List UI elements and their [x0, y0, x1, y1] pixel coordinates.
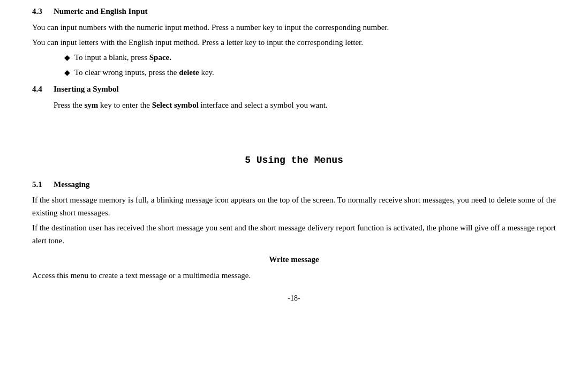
chapter-5-heading: 5 Using the Menus: [32, 153, 556, 168]
section-51-title: Messaging: [54, 178, 90, 191]
section-44-pre: Press the: [54, 101, 85, 109]
bullet-2-text: To clear wrong inputs, press the delete …: [74, 66, 214, 79]
section-44-number: 4.4: [32, 83, 47, 95]
section-44-title: Inserting a Symbol: [54, 83, 119, 95]
section-44-bold1: sym: [85, 101, 99, 109]
bullet-1-pre: To input a blank, press: [74, 53, 149, 62]
section-43-bullets: ◆ To input a blank, press Space. ◆ To cl…: [64, 51, 556, 79]
section-44-post: interface and select a symbol you want.: [199, 101, 328, 109]
bullet-2-pre: To clear wrong inputs, press the: [74, 68, 179, 77]
section-51-para2: If the destination user has received the…: [32, 221, 556, 247]
section-51-para1: If the short message memory is full, a b…: [32, 193, 556, 219]
bullet-1-text: To input a blank, press Space.: [74, 51, 171, 64]
section-44-heading: 4.4 Inserting a Symbol: [32, 83, 556, 95]
section-44-mid: key to enter the: [98, 101, 152, 109]
section-44-bold2: Select symbol: [152, 101, 199, 109]
section-44-para: Press the sym key to enter the Select sy…: [54, 99, 556, 111]
bullet-item-2: ◆ To clear wrong inputs, press the delet…: [64, 66, 556, 79]
section-51-para3: Access this menu to create a text messag…: [32, 269, 556, 282]
bullet-diamond-2: ◆: [64, 67, 70, 79]
page-footer: -18-: [32, 293, 556, 304]
bullet-2-post: key.: [199, 68, 214, 77]
section-43-title: Numeric and English Input: [54, 5, 147, 18]
section-51-heading: 5.1 Messaging: [32, 178, 556, 191]
page-number: -18-: [288, 294, 300, 302]
bullet-item-1: ◆ To input a blank, press Space.: [64, 51, 556, 64]
section-43-number: 4.3: [32, 5, 47, 18]
section-51-number: 5.1: [32, 178, 47, 191]
bullet-1-bold: Space.: [149, 53, 171, 62]
spacer-1: [32, 116, 556, 132]
bullet-diamond-1: ◆: [64, 52, 70, 64]
bullet-2-bold: delete: [179, 68, 199, 77]
write-message-heading: Write message: [32, 253, 556, 266]
section-43-heading: 4.3 Numeric and English Input: [32, 5, 556, 18]
section-43-para1: You can input numbers with the numeric i…: [32, 21, 556, 34]
section-44-body: Press the sym key to enter the Select sy…: [54, 99, 556, 111]
section-43-para2: You can input letters with the English i…: [32, 36, 556, 49]
